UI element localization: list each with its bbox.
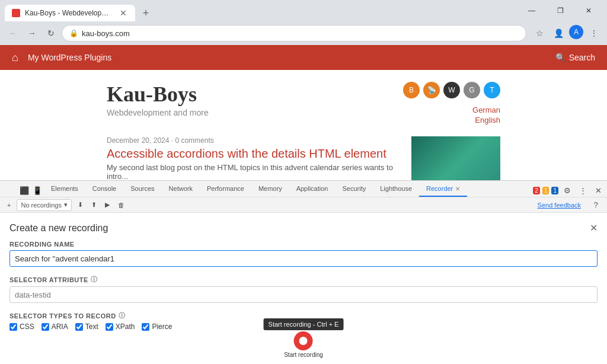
pierce-checkbox[interactable] [142, 323, 149, 331]
lock-icon: 🔒 [69, 29, 78, 37]
forward-button[interactable]: → [24, 25, 40, 41]
checkbox-css[interactable]: CSS [9, 323, 34, 331]
social-icon-github[interactable]: G [464, 82, 480, 98]
info-badge: 1 [551, 187, 558, 194]
minimize-button[interactable]: — [518, 2, 545, 19]
browser-titlebar: Kau-Boys - Webdevelopment a... ✕ + — ❐ ✕ [0, 0, 607, 21]
record-dot-icon [299, 337, 308, 345]
search-label: Search [569, 53, 595, 62]
window-controls: — ❐ ✕ [518, 2, 602, 19]
social-icon-twitter[interactable]: T [484, 82, 500, 98]
active-tab[interactable]: Kau-Boys - Webdevelopment a... ✕ [5, 5, 135, 21]
maximize-button[interactable]: ❐ [547, 2, 574, 19]
site-tagline: Webdevelopment and more [107, 108, 403, 117]
tab-elements[interactable]: Elements [44, 181, 85, 197]
tab-favicon [12, 9, 20, 17]
feedback-link[interactable]: Send feedback [538, 202, 581, 209]
back-button[interactable]: ← [5, 25, 21, 41]
devtools-close-icon[interactable]: ✕ [592, 184, 605, 197]
text-checkbox[interactable] [75, 323, 83, 331]
site-branding: Kau-Boys Webdevelopment and more [107, 82, 403, 117]
tab-console[interactable]: Console [85, 181, 123, 197]
recording-name-label: RECORDING NAME [9, 241, 598, 248]
tab-sources[interactable]: Sources [123, 181, 161, 197]
import-recording-button[interactable]: ⬇ [75, 200, 85, 210]
selector-types-info-icon[interactable]: ⓘ [119, 311, 126, 320]
social-icon-wordpress[interactable]: W [443, 82, 460, 98]
selector-attribute-input[interactable] [9, 286, 598, 303]
selector-info-icon[interactable]: ⓘ [91, 275, 98, 284]
address-bar[interactable]: 🔒 kau-boys.com [62, 25, 526, 41]
start-recording-container: Start recording - Ctrl + E Start recordi… [264, 318, 344, 358]
replay-recording-button[interactable]: ▶ [103, 200, 112, 210]
checkbox-aria[interactable]: ARIA [41, 323, 68, 331]
aria-checkbox[interactable] [41, 323, 49, 331]
error-badge: 2 [533, 187, 540, 194]
webpage: ⌂ My WordPress Plugins 🔍 Search Kau-Boys… [0, 45, 607, 202]
devtools-settings-icon[interactable]: ⚙ [561, 184, 574, 197]
tab-network[interactable]: Network [162, 181, 200, 197]
post-title[interactable]: Accessible accordions with the details H… [107, 147, 386, 160]
english-link[interactable]: English [475, 116, 500, 124]
add-recording-button[interactable]: + [5, 200, 13, 210]
tab-close-button[interactable]: ✕ [119, 8, 128, 18]
plugins-link[interactable]: My WordPress Plugins [28, 53, 111, 62]
tab-application[interactable]: Application [289, 181, 336, 197]
tab-recorder[interactable]: Recorder ✕ [419, 181, 467, 197]
browser-chrome: Kau-Boys - Webdevelopment a... ✕ + — ❐ ✕… [0, 0, 607, 45]
recordings-dropdown[interactable]: No recordings ▾ [17, 199, 71, 211]
start-recording-button[interactable] [294, 331, 313, 350]
tab-title: Kau-Boys - Webdevelopment a... [25, 9, 114, 17]
checkbox-pierce[interactable]: Pierce [142, 323, 172, 331]
search-button[interactable]: 🔍 Search [555, 53, 595, 62]
devtools-secondary-toolbar: + No recordings ▾ ⬇ ⬆ ▶ 🗑 Send feedback … [0, 197, 607, 213]
tab-memory[interactable]: Memory [251, 181, 289, 197]
tab-security[interactable]: Security [335, 181, 373, 197]
css-checkbox[interactable] [9, 323, 17, 331]
export-recording-button[interactable]: ⬆ [89, 200, 99, 210]
xpath-checkbox[interactable] [106, 323, 113, 331]
social-icon-bubblews[interactable]: B [403, 82, 420, 98]
home-icon[interactable]: ⌂ [12, 52, 18, 64]
site-title[interactable]: Kau-Boys [107, 82, 403, 107]
devtools-more-icon[interactable]: ⋮ [576, 184, 589, 197]
recording-name-input[interactable] [9, 250, 598, 267]
warning-badge: 1 [542, 187, 550, 194]
no-recordings-text: No recordings [21, 202, 61, 209]
toolbar-icons: ☆ 👤 A ⋮ [531, 25, 602, 41]
browser-toolbar: ← → ↻ 🔒 kau-boys.com ☆ 👤 A ⋮ [0, 21, 607, 45]
panel-close-button[interactable]: ✕ [590, 222, 598, 234]
more-options-button[interactable]: ⋮ [586, 25, 602, 41]
checkbox-text[interactable]: Text [75, 323, 98, 331]
reload-button[interactable]: ↻ [43, 25, 59, 41]
new-tab-button[interactable]: + [138, 5, 154, 21]
search-icon: 🔍 [555, 53, 566, 62]
recording-name-field: RECORDING NAME [9, 241, 598, 267]
devtools-inspect-icon[interactable]: ⬛ [18, 184, 31, 197]
post-date: December 20, 2024 [107, 136, 169, 145]
address-text: kau-boys.com [82, 29, 130, 38]
tab-recorder-close[interactable]: ✕ [455, 186, 460, 192]
social-row: B 📡 W G T [403, 82, 500, 98]
selector-attribute-field: SELECTOR ATTRIBUTE ⓘ [9, 275, 598, 303]
devtools-mobile-icon[interactable]: 📱 [31, 184, 44, 197]
social-icon-rss[interactable]: 📡 [423, 82, 440, 98]
post-comments: 0 comments [175, 136, 213, 145]
german-link[interactable]: German [472, 106, 500, 114]
site-header: Kau-Boys Webdevelopment and more B 📡 W G… [0, 70, 607, 130]
tab-lighthouse[interactable]: Lighthouse [373, 181, 419, 197]
dropdown-chevron: ▾ [64, 201, 68, 209]
checkbox-xpath[interactable]: XPath [106, 323, 135, 331]
tab-bar: Kau-Boys - Webdevelopment a... ✕ + [5, 0, 154, 21]
selector-attribute-label: SELECTOR ATTRIBUTE ⓘ [9, 275, 598, 284]
start-recording-tooltip: Start recording - Ctrl + E [264, 318, 344, 330]
close-button[interactable]: ✕ [575, 2, 602, 19]
tab-performance[interactable]: Performance [200, 181, 251, 197]
social-icons: B 📡 W G T German English [403, 82, 500, 124]
profile-lens-button[interactable]: 👤 [550, 25, 567, 41]
delete-recording-button[interactable]: 🗑 [116, 200, 127, 210]
user-avatar[interactable]: A [569, 25, 583, 39]
bookmark-button[interactable]: ☆ [531, 25, 548, 41]
help-icon[interactable]: ? [589, 199, 602, 212]
wp-navbar: ⌂ My WordPress Plugins 🔍 Search [0, 45, 607, 70]
